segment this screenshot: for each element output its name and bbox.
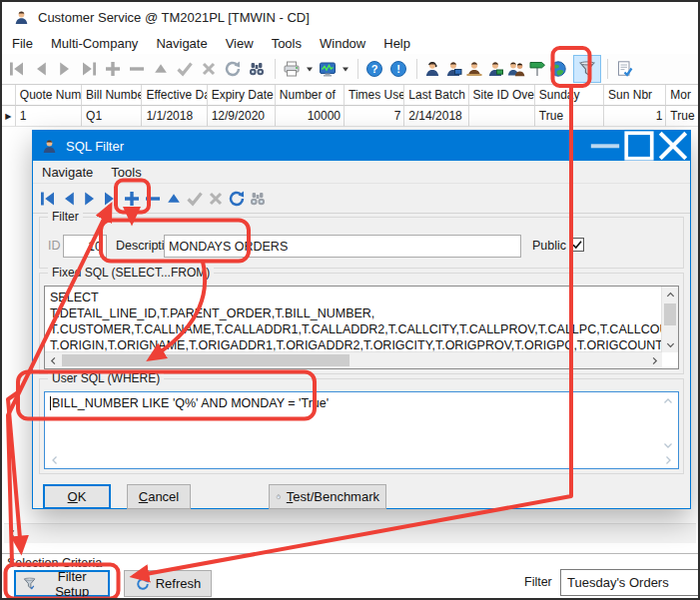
globe-icon[interactable] <box>548 57 568 81</box>
last-icon[interactable] <box>78 57 100 81</box>
menu-multi-company[interactable]: Multi-Company <box>42 34 147 53</box>
user-sql-textarea[interactable]: BILL_NUMBER LIKE 'Q%' AND MONDAY = 'True… <box>44 391 679 469</box>
col-number-of[interactable]: Number of <box>276 85 345 106</box>
cell-bill-number[interactable]: Q1 <box>82 106 142 127</box>
dialog-toolbar <box>33 184 690 214</box>
test-benchmark-button[interactable]: Test/Benchmark <box>269 484 386 509</box>
col-times-used[interactable]: Times Used <box>345 85 404 106</box>
refresh-icon[interactable] <box>222 57 244 81</box>
hscroll-thumb[interactable] <box>62 354 350 366</box>
remove-icon[interactable] <box>143 187 163 211</box>
cancel-button[interactable]: Cancel <box>127 484 191 509</box>
orders-grid: Quote Num Bill Number Effective Da Expir… <box>2 85 698 127</box>
scroll-left-icon[interactable] <box>49 454 61 466</box>
cancel-icon[interactable] <box>206 187 226 211</box>
scroll-right-icon[interactable] <box>646 352 662 368</box>
user-book-icon[interactable] <box>485 57 505 81</box>
col-site-id-over[interactable]: Site ID Over <box>469 85 535 106</box>
scroll-right-icon[interactable] <box>662 454 674 466</box>
add-icon[interactable] <box>122 187 142 211</box>
binoculars-gray-icon[interactable] <box>248 187 268 211</box>
scroll-up-icon[interactable] <box>662 395 674 407</box>
cell-number-of[interactable]: 10000 <box>276 106 345 127</box>
col-bill-number[interactable]: Bill Number <box>82 85 142 106</box>
col-sun-nbr[interactable]: Sun Nbr <box>604 85 666 106</box>
minimize-icon[interactable] <box>588 131 622 161</box>
doc-check-icon[interactable] <box>613 57 635 81</box>
col-quote-num[interactable]: Quote Num <box>16 85 82 106</box>
remove-icon[interactable] <box>126 57 148 81</box>
last-icon[interactable] <box>101 187 121 211</box>
cell-quote-num[interactable]: 1 <box>16 106 82 127</box>
cancel-icon[interactable] <box>198 57 220 81</box>
cell-times-used[interactable]: 7 <box>345 106 404 127</box>
scroll-down-icon[interactable] <box>662 439 674 451</box>
user-monitor-icon[interactable] <box>443 57 463 81</box>
help-icon[interactable]: ? <box>363 57 385 81</box>
cell-sun-nbr[interactable]: 1 <box>604 106 666 127</box>
first-icon[interactable] <box>38 187 58 211</box>
fixed-sql-hscrollbar[interactable] <box>45 351 662 368</box>
close-icon[interactable] <box>656 131 690 161</box>
up-icon[interactable] <box>164 187 184 211</box>
col-last-batch[interactable]: Last Batch T <box>404 85 468 106</box>
grid-data-row[interactable]: ▶ 1 Q1 1/1/2018 12/9/2020 10000 7 2/14/2… <box>2 106 698 127</box>
cell-monday[interactable]: True <box>666 106 698 127</box>
menu-window[interactable]: Window <box>311 34 374 53</box>
scroll-up-icon[interactable] <box>662 287 678 302</box>
filter-combobox[interactable] <box>560 569 700 596</box>
scroll-left-icon[interactable] <box>4 525 20 541</box>
scroll-left-icon[interactable] <box>45 352 61 368</box>
description-field[interactable] <box>164 235 521 258</box>
filter-funnel-icon[interactable] <box>573 55 601 83</box>
ok-button[interactable]: OK <box>43 484 111 509</box>
scroll-down-icon[interactable] <box>662 336 678 352</box>
signpost-icon[interactable] <box>527 57 547 81</box>
public-checkbox[interactable] <box>570 238 584 252</box>
menu-file[interactable]: File <box>2 34 42 53</box>
next-icon[interactable] <box>80 187 100 211</box>
refresh-button[interactable]: Refresh <box>124 570 212 597</box>
print-icon[interactable] <box>281 57 303 81</box>
grid-hscrollbar[interactable] <box>4 523 696 543</box>
caret-icon[interactable] <box>305 57 315 81</box>
cell-site-id-over[interactable] <box>469 106 535 127</box>
prev-icon[interactable] <box>59 187 79 211</box>
menu-tools[interactable]: Tools <box>263 34 311 53</box>
refresh-icon[interactable] <box>227 187 247 211</box>
fixed-sql-vscrollbar[interactable] <box>661 287 678 352</box>
maximize-icon[interactable] <box>622 131 656 161</box>
cell-sunday[interactable]: True <box>535 106 604 127</box>
cell-last-batch[interactable]: 2/14/2018 <box>404 106 468 127</box>
next-icon[interactable] <box>54 57 76 81</box>
id-field[interactable] <box>63 235 107 258</box>
users-icon[interactable] <box>506 57 526 81</box>
agent-icon[interactable] <box>422 57 442 81</box>
monitor-icon[interactable] <box>317 57 339 81</box>
filter-group-label: Filter <box>48 210 83 224</box>
dialog-menu-tools[interactable]: Tools <box>102 163 150 182</box>
menu-navigate[interactable]: Navigate <box>147 34 216 53</box>
caret-icon[interactable] <box>341 57 350 81</box>
up-icon[interactable] <box>150 57 172 81</box>
menu-view[interactable]: View <box>217 34 263 53</box>
first-icon[interactable] <box>6 57 28 81</box>
user-desk-icon[interactable] <box>464 57 484 81</box>
cell-expiry-date[interactable]: 12/9/2020 <box>208 106 276 127</box>
fixed-sql-textarea[interactable]: SELECTT.DETAIL_LINE_ID,T.PARENT_ORDER,T.… <box>44 286 679 369</box>
cell-effective-date[interactable]: 1/1/2018 <box>142 106 207 127</box>
col-effective-date[interactable]: Effective Da <box>142 85 207 106</box>
alert-icon[interactable]: ! <box>387 57 409 81</box>
col-sunday[interactable]: Sunday <box>535 85 604 106</box>
filter-setup-button[interactable]: Filter Setup <box>14 570 110 597</box>
menu-help[interactable]: Help <box>374 34 419 53</box>
apply-icon[interactable] <box>174 57 196 81</box>
apply-icon[interactable] <box>185 187 205 211</box>
add-icon[interactable] <box>102 57 124 81</box>
dialog-menu-navigate[interactable]: Navigate <box>33 163 102 182</box>
col-monday[interactable]: Mor <box>666 85 698 106</box>
binoculars-icon[interactable] <box>246 57 268 81</box>
vscroll-thumb[interactable] <box>664 303 676 325</box>
col-expiry-date[interactable]: Expiry Date <box>208 85 276 106</box>
prev-icon[interactable] <box>30 57 52 81</box>
